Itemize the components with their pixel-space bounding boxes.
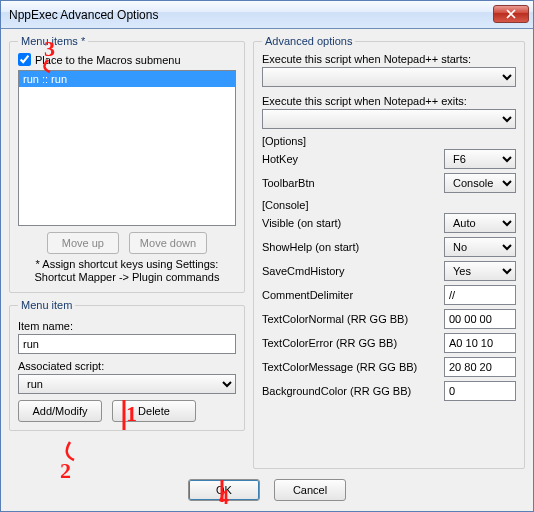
savecmd-select[interactable]: Yes — [444, 261, 516, 281]
visible-label: Visible (on start) — [262, 217, 438, 229]
cancel-button[interactable]: Cancel — [274, 479, 346, 501]
menu-items-group: Menu items * Place to the Macros submenu… — [9, 35, 245, 293]
delete-button[interactable]: Delete — [112, 400, 196, 422]
visible-select[interactable]: Auto — [444, 213, 516, 233]
tc-msg-input[interactable] — [444, 357, 516, 377]
assoc-script-select[interactable]: run — [18, 374, 236, 394]
tc-normal-label: TextColorNormal (RR GG BB) — [262, 313, 438, 325]
dialog-window: NppExec Advanced Options Menu items * Pl… — [0, 0, 534, 512]
toolbarbtn-select[interactable]: Console — [444, 173, 516, 193]
close-button[interactable] — [493, 5, 529, 23]
hotkey-select[interactable]: F6 — [444, 149, 516, 169]
options-heading: [Options] — [262, 135, 516, 147]
place-macros-label: Place to the Macros submenu — [35, 54, 181, 66]
menu-item-group: Menu item Item name: Associated script: … — [9, 299, 245, 431]
bgcolor-label: BackgroundColor (RR GG BB) — [262, 385, 438, 397]
bgcolor-input[interactable] — [444, 381, 516, 401]
savecmd-label: SaveCmdHistory — [262, 265, 438, 277]
menu-items-listbox[interactable]: run :: run — [18, 70, 236, 226]
showhelp-select[interactable]: No — [444, 237, 516, 257]
tc-normal-input[interactable] — [444, 309, 516, 329]
tc-msg-label: TextColorMessage (RR GG BB) — [262, 361, 438, 373]
close-icon — [506, 9, 516, 19]
footnote-line1: * Assign shortcut keys using Settings: — [36, 258, 219, 270]
footnote-line2: Shortcut Mapper -> Plugin commands — [35, 271, 220, 283]
exec-start-select[interactable] — [262, 67, 516, 87]
content-area: Menu items * Place to the Macros submenu… — [1, 29, 533, 473]
exec-exit-select[interactable] — [262, 109, 516, 129]
tc-error-label: TextColorError (RR GG BB) — [262, 337, 438, 349]
item-name-label: Item name: — [18, 320, 236, 332]
ok-button[interactable]: OK — [188, 479, 260, 501]
place-macros-checkbox[interactable] — [18, 53, 31, 66]
add-modify-button[interactable]: Add/Modify — [18, 400, 102, 422]
toolbarbtn-label: ToolbarBtn — [262, 177, 438, 189]
console-heading: [Console] — [262, 199, 516, 211]
titlebar: NppExec Advanced Options — [1, 1, 533, 29]
advanced-options-legend: Advanced options — [262, 35, 355, 47]
commentdelim-label: CommentDelimiter — [262, 289, 438, 301]
hotkey-label: HotKey — [262, 153, 438, 165]
commentdelim-input[interactable] — [444, 285, 516, 305]
item-name-input[interactable] — [18, 334, 236, 354]
advanced-options-group: Advanced options Execute this script whe… — [253, 35, 525, 469]
assoc-script-label: Associated script: — [18, 360, 236, 372]
tc-error-input[interactable] — [444, 333, 516, 353]
move-down-button[interactable]: Move down — [129, 232, 207, 254]
window-title: NppExec Advanced Options — [9, 8, 158, 22]
move-up-button[interactable]: Move up — [47, 232, 119, 254]
list-item[interactable]: run :: run — [19, 71, 235, 87]
exec-start-label: Execute this script when Notepad++ start… — [262, 53, 516, 65]
menu-item-legend: Menu item — [18, 299, 75, 311]
exec-exit-label: Execute this script when Notepad++ exits… — [262, 95, 516, 107]
menu-items-legend: Menu items * — [18, 35, 88, 47]
showhelp-label: ShowHelp (on start) — [262, 241, 438, 253]
dialog-buttons: OK Cancel — [1, 473, 533, 511]
